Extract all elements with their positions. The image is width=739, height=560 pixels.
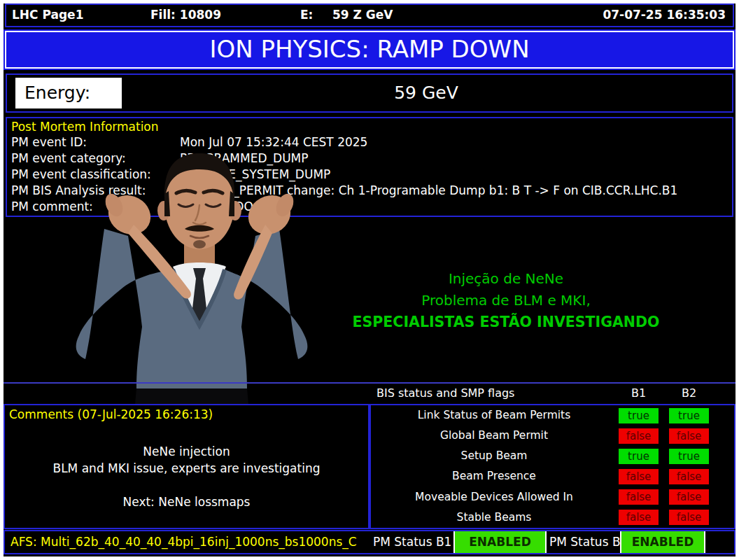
flag-badge-b1: true <box>619 449 659 464</box>
flag-badge-b2: false <box>669 489 709 505</box>
lhc-page1-screen: LHC Page1 Fill: 10809 E: 59 Z GeV 07-07-… <box>0 0 739 560</box>
comment-line: Next: NeNe lossmaps <box>5 493 368 510</box>
energy-box: Energy: <box>15 78 122 108</box>
bis-header: BIS status and SMP flags B1 B2 <box>371 385 733 402</box>
flag-badge-b2: false <box>669 510 709 525</box>
bis-column-b2: B2 <box>669 385 709 402</box>
announcement-line-1: Injeção de NeNe <box>301 268 711 290</box>
pm-row-label: PM event ID: <box>11 134 180 150</box>
bis-flags-panel: Link Status of Beam Permits true true Gl… <box>370 404 736 529</box>
energy-value: 59 GeV <box>126 75 726 111</box>
comments-panel: Comments (07-Jul-2025 16:26:13) NeNe inj… <box>3 404 370 529</box>
flag-badge-b2: false <box>669 428 709 444</box>
pm-row-event-id: PM event ID:Mon Jul 07 15:32:44 CEST 202… <box>11 134 732 150</box>
energy-box-label: Energy: <box>24 83 90 103</box>
afs-filling-scheme: AFS: Multi_62b_40_40_40_4bpi_16inj_1000n… <box>5 531 373 553</box>
person-photo <box>66 150 311 404</box>
flag-row-setup-beam: Setup Beam true true <box>371 446 734 466</box>
flag-label: Link Status of Beam Permits <box>371 405 617 426</box>
comment-line: BLM and MKI issue, experts are investiga… <box>5 460 368 477</box>
pm-status-b2-label: PM Status B2 <box>549 531 620 553</box>
clock: 07-07-25 16:35:03 <box>603 5 726 25</box>
announcement-line-3: ESPECIALISTAS ESTÃO INVESTIGANDO <box>301 312 711 333</box>
announcement-line-2: Problema de BLM e MKI, <box>301 290 711 312</box>
person-illustration <box>66 150 311 404</box>
bottom-bar: AFS: Multi_62b_40_40_40_4bpi_16inj_1000n… <box>3 530 736 554</box>
machine-mode-text: ION PHYSICS: RAMP DOWN <box>209 35 529 63</box>
energy-panel: Energy: 59 GeV <box>6 74 733 113</box>
flag-badge-b2: false <box>669 469 709 484</box>
page-title: LHC Page1 <box>12 5 83 25</box>
fill-number: Fill: 10809 <box>150 5 221 25</box>
pm-status-b2-badge: ENABLED <box>620 531 705 553</box>
bis-column-b1: B1 <box>619 385 659 402</box>
comment-line: NeNe injection <box>5 443 368 460</box>
machine-mode-banner: ION PHYSICS: RAMP DOWN <box>5 31 734 69</box>
flag-row-beam-presence: Beam Presence false false <box>371 466 734 486</box>
flag-row-moveable-devices: Moveable Devices Allowed In false false <box>371 487 734 507</box>
flag-row-stable-beams: Stable Beams false false <box>371 507 734 528</box>
flag-badge-b1: false <box>619 469 659 484</box>
pm-status-b1-badge: ENABLED <box>453 531 547 553</box>
divider-line <box>3 382 736 384</box>
post-mortem-header: Post Mortem Information <box>11 120 732 134</box>
flag-badge-b1: true <box>619 408 659 424</box>
flag-label: Setup Beam <box>371 446 617 466</box>
pm-status-b1-label: PM Status B1 <box>373 531 453 553</box>
comment-line <box>5 477 368 493</box>
comments-body: NeNe injection BLM and MKI issue, expert… <box>5 443 368 510</box>
announcement: Injeção de NeNe Problema de BLM e MKI, E… <box>301 268 711 333</box>
energy-label: E: <box>300 5 313 25</box>
pm-row-value: Mon Jul 07 15:32:44 CEST 2025 <box>180 135 367 149</box>
flag-badge-b1: false <box>619 428 659 444</box>
flag-badge-b2: true <box>669 449 709 464</box>
flag-label: Stable Beams <box>371 507 617 528</box>
comments-header: Comments (07-Jul-2025 16:26:13) <box>5 405 368 422</box>
flag-row-link-status: Link Status of Beam Permits true true <box>371 405 734 426</box>
beam-energy: 59 Z GeV <box>332 5 393 25</box>
flag-label: Beam Presence <box>371 466 617 486</box>
flag-row-global-beam-permit: Global Beam Permit false false <box>371 426 734 446</box>
flag-label: Global Beam Permit <box>371 426 617 446</box>
top-bar: LHC Page1 Fill: 10809 E: 59 Z GeV 07-07-… <box>5 4 734 27</box>
flag-label: Moveable Devices Allowed In <box>371 487 617 507</box>
bis-header-title: BIS status and SMP flags <box>376 385 514 402</box>
flag-badge-b1: false <box>619 510 659 525</box>
flag-badge-b2: true <box>669 408 709 424</box>
flag-badge-b1: false <box>619 489 659 505</box>
